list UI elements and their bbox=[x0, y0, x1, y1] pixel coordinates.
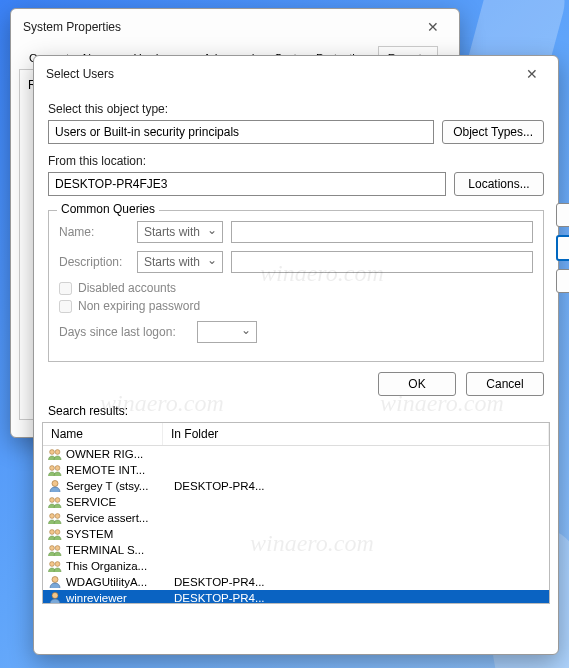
description-label: Description: bbox=[59, 255, 129, 269]
svg-point-6 bbox=[55, 466, 60, 471]
object-types-button[interactable]: Object Types... bbox=[442, 120, 544, 144]
svg-point-7 bbox=[52, 481, 58, 487]
cancel-button[interactable]: Cancel bbox=[466, 372, 544, 396]
result-row[interactable]: SYSTEM bbox=[43, 526, 549, 542]
svg-point-14 bbox=[50, 546, 55, 551]
result-name: REMOTE INT... bbox=[66, 464, 174, 476]
result-row[interactable]: Service assert... bbox=[43, 510, 549, 526]
svg-point-8 bbox=[50, 498, 55, 503]
result-name: SYSTEM bbox=[66, 528, 174, 540]
result-row[interactable]: winreviewerDESKTOP-PR4... bbox=[43, 590, 549, 604]
result-folder: DESKTOP-PR4... bbox=[174, 592, 545, 604]
user-icon bbox=[47, 479, 63, 493]
group-icon bbox=[47, 447, 63, 461]
find-now-button[interactable]: Find Now bbox=[556, 235, 569, 261]
object-type-field[interactable] bbox=[48, 120, 434, 144]
columns-button[interactable]: Columns... bbox=[556, 203, 569, 227]
stop-button[interactable]: Stop bbox=[556, 269, 569, 293]
location-field[interactable] bbox=[48, 172, 446, 196]
result-name: TERMINAL S... bbox=[66, 544, 174, 556]
description-input[interactable] bbox=[231, 251, 533, 273]
name-label: Name: bbox=[59, 225, 129, 239]
group-icon bbox=[47, 527, 63, 541]
description-mode-select[interactable]: Starts with bbox=[137, 251, 223, 273]
result-name: WDAGUtilityA... bbox=[66, 576, 174, 588]
svg-point-16 bbox=[50, 562, 55, 567]
result-row[interactable]: WDAGUtilityA...DESKTOP-PR4... bbox=[43, 574, 549, 590]
svg-point-12 bbox=[50, 530, 55, 535]
group-icon bbox=[47, 543, 63, 557]
sysprops-titlebar: System Properties ✕ bbox=[11, 9, 459, 45]
svg-point-15 bbox=[55, 546, 60, 551]
svg-point-3 bbox=[50, 450, 55, 455]
result-name: winreviewer bbox=[66, 592, 174, 604]
close-icon[interactable]: ✕ bbox=[518, 64, 546, 84]
svg-point-5 bbox=[50, 466, 55, 471]
result-folder: DESKTOP-PR4... bbox=[174, 480, 545, 492]
svg-point-18 bbox=[52, 577, 58, 583]
svg-point-17 bbox=[55, 562, 60, 567]
result-name: OWNER RIG... bbox=[66, 448, 174, 460]
object-type-label: Select this object type: bbox=[48, 102, 544, 116]
search-results-label: Search results: bbox=[34, 402, 558, 422]
result-folder: DESKTOP-PR4... bbox=[174, 576, 545, 588]
result-row[interactable]: OWNER RIG... bbox=[43, 446, 549, 462]
non-expiring-password-checkbox[interactable]: Non expiring password bbox=[59, 299, 533, 313]
ok-button[interactable]: OK bbox=[378, 372, 456, 396]
search-results-list[interactable]: Name In Folder OWNER RIG...REMOTE INT...… bbox=[42, 422, 550, 604]
name-mode-select[interactable]: Starts with bbox=[137, 221, 223, 243]
svg-point-10 bbox=[50, 514, 55, 519]
result-row[interactable]: SERVICE bbox=[43, 494, 549, 510]
result-row[interactable]: REMOTE INT... bbox=[43, 462, 549, 478]
close-icon[interactable]: ✕ bbox=[419, 17, 447, 37]
locations-button[interactable]: Locations... bbox=[454, 172, 544, 196]
sysprops-title: System Properties bbox=[23, 20, 121, 34]
svg-point-4 bbox=[55, 450, 60, 455]
group-icon bbox=[47, 495, 63, 509]
result-name: Sergey T (stsy... bbox=[66, 480, 174, 492]
result-name: SERVICE bbox=[66, 496, 174, 508]
result-name: This Organiza... bbox=[66, 560, 174, 572]
common-queries-label: Common Queries bbox=[57, 202, 159, 216]
days-since-logon-label: Days since last logon: bbox=[59, 325, 189, 339]
group-icon bbox=[47, 559, 63, 573]
svg-point-11 bbox=[55, 514, 60, 519]
days-since-logon-select[interactable] bbox=[197, 321, 257, 343]
location-label: From this location: bbox=[48, 154, 544, 168]
svg-point-19 bbox=[52, 593, 58, 599]
selusers-titlebar: Select Users ✕ bbox=[34, 56, 558, 92]
user-icon bbox=[47, 591, 63, 604]
column-name[interactable]: Name bbox=[43, 423, 163, 445]
disabled-accounts-checkbox[interactable]: Disabled accounts bbox=[59, 281, 533, 295]
result-row[interactable]: This Organiza... bbox=[43, 558, 549, 574]
result-row[interactable]: TERMINAL S... bbox=[43, 542, 549, 558]
svg-point-9 bbox=[55, 498, 60, 503]
result-row[interactable]: Sergey T (stsy...DESKTOP-PR4... bbox=[43, 478, 549, 494]
results-header[interactable]: Name In Folder bbox=[43, 423, 549, 446]
common-queries-group: Common Queries Name: Starts with Descrip… bbox=[48, 210, 544, 362]
svg-point-13 bbox=[55, 530, 60, 535]
selusers-title: Select Users bbox=[46, 67, 114, 81]
column-in-folder[interactable]: In Folder bbox=[163, 423, 549, 445]
user-icon bbox=[47, 575, 63, 589]
group-icon bbox=[47, 511, 63, 525]
select-users-dialog: Select Users ✕ Select this object type: … bbox=[33, 55, 559, 655]
result-name: Service assert... bbox=[66, 512, 174, 524]
group-icon bbox=[47, 463, 63, 477]
name-input[interactable] bbox=[231, 221, 533, 243]
